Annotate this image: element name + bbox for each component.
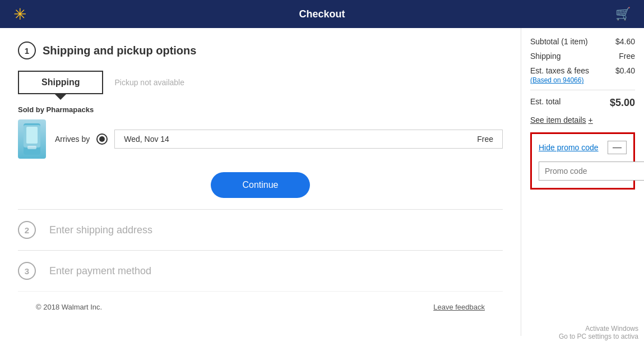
promo-section: Hide promo code — Apply xyxy=(530,132,635,190)
svg-rect-0 xyxy=(24,123,40,155)
product-row: Arrives by Wed, Nov 14 Free xyxy=(18,119,503,159)
footer: © 2018 Walmart Inc. Leave feedback xyxy=(18,291,503,322)
hide-promo-row: Hide promo code — xyxy=(539,141,627,154)
step3-section: 3 Enter payment method xyxy=(18,250,503,291)
total-row: Est. total $5.00 xyxy=(530,97,635,109)
delivery-date-box: Wed, Nov 14 Free xyxy=(114,130,503,149)
delivery-radio[interactable] xyxy=(96,133,108,145)
step1-header: 1 Shipping and pickup options xyxy=(18,41,503,59)
arrives-by-label: Arrives by xyxy=(55,135,90,144)
continue-button[interactable]: Continue xyxy=(211,172,309,198)
leave-feedback-link[interactable]: Leave feedback xyxy=(433,303,485,311)
total-label: Est. total xyxy=(530,97,560,109)
promo-input-row: Apply xyxy=(539,161,627,181)
step2-section: 2 Enter shipping address xyxy=(18,209,503,250)
taxes-row: Est. taxes & fees (Based on 94066) $0.40 xyxy=(530,66,635,84)
shipping-value: Free xyxy=(619,52,635,61)
taxes-label: Est. taxes & fees (Based on 94066) xyxy=(530,66,589,84)
seller-name: Pharmapacks xyxy=(47,105,94,114)
step1-title: Shipping and pickup options xyxy=(43,44,196,57)
walmart-logo-icon: ✳ xyxy=(13,5,26,24)
total-value: $5.00 xyxy=(610,97,635,109)
free-badge: Free xyxy=(477,135,493,144)
step3-circle: 3 xyxy=(18,262,36,280)
promo-code-input[interactable] xyxy=(539,162,644,181)
continue-btn-wrapper: Continue xyxy=(18,172,503,198)
right-sidebar: Subtotal (1 item) $4.60 Shipping Free Es… xyxy=(521,28,644,336)
page-title: Checkout xyxy=(299,8,345,20)
shipping-tab[interactable]: Shipping xyxy=(18,71,103,94)
plus-icon: + xyxy=(589,116,593,124)
subtotal-row: Subtotal (1 item) $4.60 xyxy=(530,37,635,46)
taxes-value: $0.40 xyxy=(615,66,635,84)
product-image xyxy=(18,119,46,159)
subtotal-label: Subtotal (1 item) xyxy=(530,37,588,46)
step2-circle: 2 xyxy=(18,221,36,239)
header: ✳ Checkout 🛒 xyxy=(0,0,644,28)
step2-title: Enter shipping address xyxy=(49,224,152,236)
shipping-tabs: Shipping Pickup not available xyxy=(18,71,503,94)
left-content: 1 Shipping and pickup options Shipping P… xyxy=(0,28,521,336)
sold-by: Sold by Pharmapacks xyxy=(18,105,503,114)
svg-rect-2 xyxy=(27,146,36,149)
step3-title: Enter payment method xyxy=(49,265,151,277)
pickup-unavailable: Pickup not available xyxy=(114,78,184,87)
cart-icon[interactable]: 🛒 xyxy=(615,7,631,21)
zip-code-link[interactable]: (Based on 94066) xyxy=(530,76,583,84)
arrives-row: Arrives by Wed, Nov 14 Free xyxy=(55,130,503,149)
delivery-date: Wed, Nov 14 xyxy=(124,135,169,144)
collapse-promo-button[interactable]: — xyxy=(608,141,627,154)
see-item-details-link[interactable]: See item details + xyxy=(530,116,635,124)
shipping-label: Shipping xyxy=(530,52,561,61)
shipping-row: Shipping Free xyxy=(530,52,635,61)
hide-promo-link[interactable]: Hide promo code xyxy=(539,143,599,152)
main-layout: 1 Shipping and pickup options Shipping P… xyxy=(0,28,644,336)
copyright: © 2018 Walmart Inc. xyxy=(36,303,102,311)
step1-circle: 1 xyxy=(18,41,36,59)
svg-rect-1 xyxy=(26,127,38,144)
subtotal-value: $4.60 xyxy=(615,37,635,46)
